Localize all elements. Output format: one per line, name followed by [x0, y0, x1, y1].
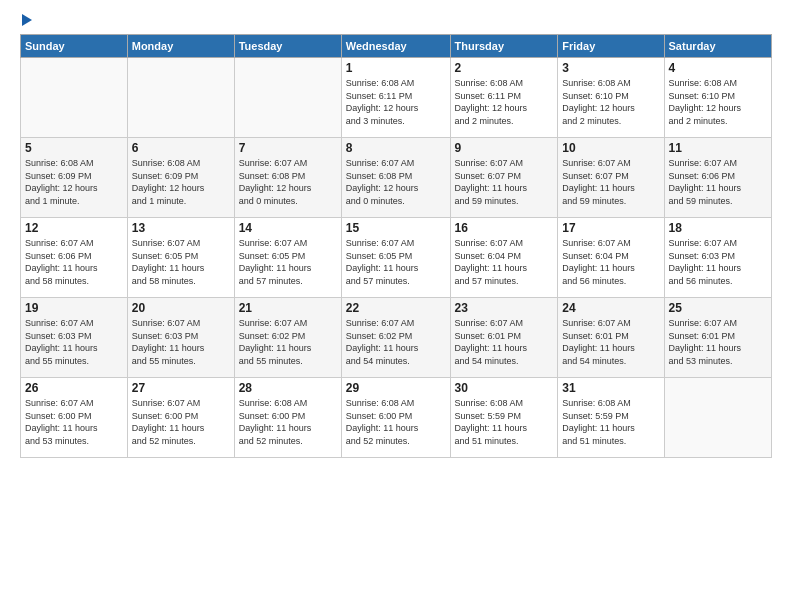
day-number: 8: [346, 141, 446, 155]
calendar-cell: 29Sunrise: 6:08 AM Sunset: 6:00 PM Dayli…: [341, 378, 450, 458]
calendar-cell: 30Sunrise: 6:08 AM Sunset: 5:59 PM Dayli…: [450, 378, 558, 458]
day-number: 22: [346, 301, 446, 315]
calendar-cell: 31Sunrise: 6:08 AM Sunset: 5:59 PM Dayli…: [558, 378, 664, 458]
day-number: 10: [562, 141, 659, 155]
day-number: 1: [346, 61, 446, 75]
calendar-cell: [664, 378, 771, 458]
weekday-header-friday: Friday: [558, 35, 664, 58]
weekday-header-row: SundayMondayTuesdayWednesdayThursdayFrid…: [21, 35, 772, 58]
day-info: Sunrise: 6:07 AM Sunset: 6:04 PM Dayligh…: [562, 237, 659, 287]
calendar-cell: 3Sunrise: 6:08 AM Sunset: 6:10 PM Daylig…: [558, 58, 664, 138]
calendar-cell: 27Sunrise: 6:07 AM Sunset: 6:00 PM Dayli…: [127, 378, 234, 458]
calendar-cell: 10Sunrise: 6:07 AM Sunset: 6:07 PM Dayli…: [558, 138, 664, 218]
day-number: 28: [239, 381, 337, 395]
calendar-cell: 24Sunrise: 6:07 AM Sunset: 6:01 PM Dayli…: [558, 298, 664, 378]
day-info: Sunrise: 6:07 AM Sunset: 6:01 PM Dayligh…: [455, 317, 554, 367]
calendar-cell: 11Sunrise: 6:07 AM Sunset: 6:06 PM Dayli…: [664, 138, 771, 218]
calendar-cell: 17Sunrise: 6:07 AM Sunset: 6:04 PM Dayli…: [558, 218, 664, 298]
day-info: Sunrise: 6:07 AM Sunset: 6:03 PM Dayligh…: [132, 317, 230, 367]
calendar-cell: 25Sunrise: 6:07 AM Sunset: 6:01 PM Dayli…: [664, 298, 771, 378]
day-info: Sunrise: 6:07 AM Sunset: 6:00 PM Dayligh…: [25, 397, 123, 447]
calendar-table: SundayMondayTuesdayWednesdayThursdayFrid…: [20, 34, 772, 458]
day-number: 26: [25, 381, 123, 395]
day-info: Sunrise: 6:07 AM Sunset: 6:08 PM Dayligh…: [239, 157, 337, 207]
day-info: Sunrise: 6:07 AM Sunset: 6:03 PM Dayligh…: [669, 237, 767, 287]
calendar-cell: 28Sunrise: 6:08 AM Sunset: 6:00 PM Dayli…: [234, 378, 341, 458]
day-number: 25: [669, 301, 767, 315]
day-number: 31: [562, 381, 659, 395]
calendar-cell: 5Sunrise: 6:08 AM Sunset: 6:09 PM Daylig…: [21, 138, 128, 218]
day-number: 2: [455, 61, 554, 75]
calendar-cell: [127, 58, 234, 138]
day-info: Sunrise: 6:07 AM Sunset: 6:06 PM Dayligh…: [25, 237, 123, 287]
day-number: 9: [455, 141, 554, 155]
calendar-cell: 16Sunrise: 6:07 AM Sunset: 6:04 PM Dayli…: [450, 218, 558, 298]
day-number: 27: [132, 381, 230, 395]
day-number: 4: [669, 61, 767, 75]
day-info: Sunrise: 6:08 AM Sunset: 5:59 PM Dayligh…: [562, 397, 659, 447]
day-number: 3: [562, 61, 659, 75]
header: [20, 16, 772, 26]
calendar-cell: 7Sunrise: 6:07 AM Sunset: 6:08 PM Daylig…: [234, 138, 341, 218]
day-number: 6: [132, 141, 230, 155]
day-number: 5: [25, 141, 123, 155]
day-info: Sunrise: 6:08 AM Sunset: 5:59 PM Dayligh…: [455, 397, 554, 447]
calendar-cell: 23Sunrise: 6:07 AM Sunset: 6:01 PM Dayli…: [450, 298, 558, 378]
day-info: Sunrise: 6:08 AM Sunset: 6:10 PM Dayligh…: [562, 77, 659, 127]
calendar-cell: 26Sunrise: 6:07 AM Sunset: 6:00 PM Dayli…: [21, 378, 128, 458]
calendar-cell: 13Sunrise: 6:07 AM Sunset: 6:05 PM Dayli…: [127, 218, 234, 298]
week-row-5: 26Sunrise: 6:07 AM Sunset: 6:00 PM Dayli…: [21, 378, 772, 458]
weekday-header-saturday: Saturday: [664, 35, 771, 58]
day-info: Sunrise: 6:07 AM Sunset: 6:02 PM Dayligh…: [346, 317, 446, 367]
day-number: 14: [239, 221, 337, 235]
calendar-cell: 21Sunrise: 6:07 AM Sunset: 6:02 PM Dayli…: [234, 298, 341, 378]
week-row-1: 1Sunrise: 6:08 AM Sunset: 6:11 PM Daylig…: [21, 58, 772, 138]
day-number: 19: [25, 301, 123, 315]
calendar-cell: 20Sunrise: 6:07 AM Sunset: 6:03 PM Dayli…: [127, 298, 234, 378]
day-info: Sunrise: 6:07 AM Sunset: 6:04 PM Dayligh…: [455, 237, 554, 287]
day-info: Sunrise: 6:07 AM Sunset: 6:01 PM Dayligh…: [669, 317, 767, 367]
calendar-cell: 14Sunrise: 6:07 AM Sunset: 6:05 PM Dayli…: [234, 218, 341, 298]
day-number: 7: [239, 141, 337, 155]
day-info: Sunrise: 6:08 AM Sunset: 6:10 PM Dayligh…: [669, 77, 767, 127]
weekday-header-monday: Monday: [127, 35, 234, 58]
calendar-cell: 22Sunrise: 6:07 AM Sunset: 6:02 PM Dayli…: [341, 298, 450, 378]
day-number: 30: [455, 381, 554, 395]
day-info: Sunrise: 6:08 AM Sunset: 6:09 PM Dayligh…: [132, 157, 230, 207]
calendar-cell: 4Sunrise: 6:08 AM Sunset: 6:10 PM Daylig…: [664, 58, 771, 138]
day-number: 24: [562, 301, 659, 315]
calendar-cell: 2Sunrise: 6:08 AM Sunset: 6:11 PM Daylig…: [450, 58, 558, 138]
calendar-cell: 19Sunrise: 6:07 AM Sunset: 6:03 PM Dayli…: [21, 298, 128, 378]
day-number: 23: [455, 301, 554, 315]
calendar-cell: 6Sunrise: 6:08 AM Sunset: 6:09 PM Daylig…: [127, 138, 234, 218]
day-number: 16: [455, 221, 554, 235]
day-info: Sunrise: 6:08 AM Sunset: 6:00 PM Dayligh…: [239, 397, 337, 447]
day-info: Sunrise: 6:08 AM Sunset: 6:11 PM Dayligh…: [455, 77, 554, 127]
day-info: Sunrise: 6:08 AM Sunset: 6:11 PM Dayligh…: [346, 77, 446, 127]
day-number: 11: [669, 141, 767, 155]
day-info: Sunrise: 6:08 AM Sunset: 6:00 PM Dayligh…: [346, 397, 446, 447]
calendar-cell: 18Sunrise: 6:07 AM Sunset: 6:03 PM Dayli…: [664, 218, 771, 298]
day-number: 13: [132, 221, 230, 235]
weekday-header-thursday: Thursday: [450, 35, 558, 58]
week-row-4: 19Sunrise: 6:07 AM Sunset: 6:03 PM Dayli…: [21, 298, 772, 378]
week-row-3: 12Sunrise: 6:07 AM Sunset: 6:06 PM Dayli…: [21, 218, 772, 298]
day-info: Sunrise: 6:07 AM Sunset: 6:06 PM Dayligh…: [669, 157, 767, 207]
calendar-cell: 8Sunrise: 6:07 AM Sunset: 6:08 PM Daylig…: [341, 138, 450, 218]
calendar-cell: 12Sunrise: 6:07 AM Sunset: 6:06 PM Dayli…: [21, 218, 128, 298]
day-info: Sunrise: 6:08 AM Sunset: 6:09 PM Dayligh…: [25, 157, 123, 207]
day-info: Sunrise: 6:07 AM Sunset: 6:01 PM Dayligh…: [562, 317, 659, 367]
calendar-cell: 9Sunrise: 6:07 AM Sunset: 6:07 PM Daylig…: [450, 138, 558, 218]
day-info: Sunrise: 6:07 AM Sunset: 6:02 PM Dayligh…: [239, 317, 337, 367]
calendar-cell: [234, 58, 341, 138]
day-number: 12: [25, 221, 123, 235]
day-number: 20: [132, 301, 230, 315]
day-number: 29: [346, 381, 446, 395]
week-row-2: 5Sunrise: 6:08 AM Sunset: 6:09 PM Daylig…: [21, 138, 772, 218]
weekday-header-wednesday: Wednesday: [341, 35, 450, 58]
day-info: Sunrise: 6:07 AM Sunset: 6:07 PM Dayligh…: [455, 157, 554, 207]
weekday-header-sunday: Sunday: [21, 35, 128, 58]
day-info: Sunrise: 6:07 AM Sunset: 6:05 PM Dayligh…: [346, 237, 446, 287]
day-number: 18: [669, 221, 767, 235]
day-number: 17: [562, 221, 659, 235]
